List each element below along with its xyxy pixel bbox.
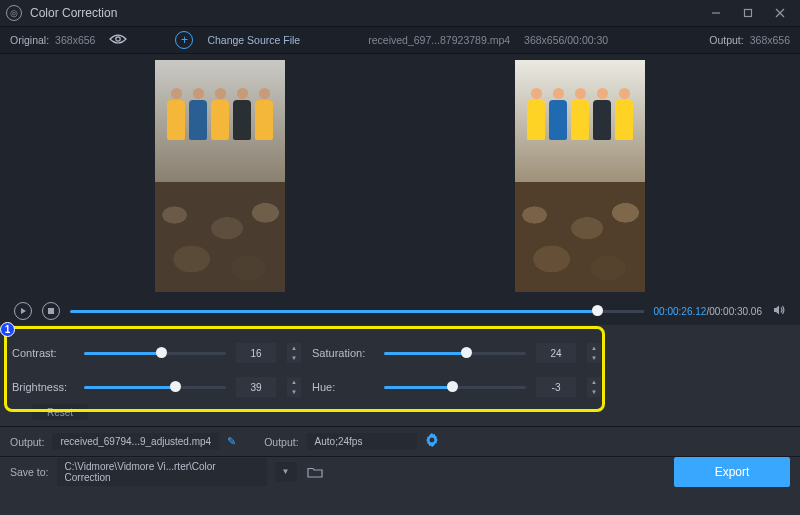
- output-settings-icon[interactable]: [425, 433, 439, 450]
- output-label: Output:: [709, 34, 743, 46]
- saturation-value[interactable]: 24: [536, 343, 576, 363]
- brightness-label: Brightness:: [12, 381, 74, 393]
- close-button[interactable]: [766, 3, 794, 23]
- edit-filename-icon[interactable]: ✎: [227, 435, 236, 448]
- titlebar: ◎ Color Correction: [0, 0, 800, 26]
- svg-point-4: [116, 37, 120, 41]
- output-preview: [515, 60, 645, 292]
- brightness-row: Brightness: 39 ▲▼: [12, 370, 312, 404]
- time-current: 00:00:26.12: [654, 306, 707, 317]
- brightness-stepper[interactable]: ▲▼: [287, 377, 301, 397]
- hue-row: Hue: -3 ▲▼: [312, 370, 612, 404]
- original-dimensions: 368x656: [55, 34, 95, 46]
- annotation-badge: 1: [0, 322, 15, 337]
- brightness-value[interactable]: 39: [236, 377, 276, 397]
- timeline: 00:00:26.12/00:00:30.06: [0, 297, 800, 325]
- info-strip: Original: 368x656 + Change Source File r…: [0, 26, 800, 54]
- export-button[interactable]: Export: [674, 457, 790, 487]
- preview-area: [0, 54, 800, 297]
- output-settings-label: Output:: [264, 436, 298, 448]
- window-controls: [702, 3, 794, 23]
- play-button[interactable]: [14, 302, 32, 320]
- volume-icon[interactable]: [772, 303, 786, 320]
- contrast-slider[interactable]: [84, 352, 226, 355]
- svg-rect-1: [745, 10, 752, 17]
- hue-slider[interactable]: [384, 386, 526, 389]
- save-bar: Save to: C:\Vidmore\Vidmore Vi...rter\Co…: [0, 456, 800, 486]
- timecode: 00:00:26.12/00:00:30.06: [654, 306, 762, 317]
- saturation-slider[interactable]: [384, 352, 526, 355]
- toggle-preview-icon[interactable]: [109, 33, 127, 47]
- source-meta: 368x656/00:00:30: [524, 34, 608, 46]
- save-to-label: Save to:: [10, 466, 49, 478]
- time-total: /00:00:30.06: [706, 306, 762, 317]
- contrast-knob[interactable]: [156, 347, 167, 358]
- reset-button[interactable]: Reset: [32, 404, 88, 420]
- timeline-handle[interactable]: [592, 305, 603, 316]
- original-label: Original:: [10, 34, 49, 46]
- minimize-button[interactable]: [702, 3, 730, 23]
- stop-button[interactable]: [42, 302, 60, 320]
- open-folder-icon[interactable]: [305, 462, 325, 482]
- maximize-button[interactable]: [734, 3, 762, 23]
- contrast-value[interactable]: 16: [236, 343, 276, 363]
- brightness-knob[interactable]: [170, 381, 181, 392]
- hue-knob[interactable]: [447, 381, 458, 392]
- change-source-icon[interactable]: +: [175, 31, 193, 49]
- save-path-field[interactable]: C:\Vidmore\Vidmore Vi...rter\Color Corre…: [57, 458, 267, 486]
- save-path-dropdown[interactable]: ▼: [275, 462, 297, 482]
- original-preview: [155, 60, 285, 292]
- output-filename-field[interactable]: received_69794...9_adjusted.mp4: [52, 433, 219, 450]
- output-file-label: Output:: [10, 436, 44, 448]
- output-bar: Output: received_69794...9_adjusted.mp4 …: [0, 426, 800, 456]
- change-source-button[interactable]: Change Source File: [207, 34, 300, 46]
- output-settings-field[interactable]: Auto;24fps: [307, 433, 417, 450]
- contrast-label: Contrast:: [12, 347, 74, 359]
- color-correction-panel: 1 Contrast: 16 ▲▼ Saturation: 24 ▲▼ Brig…: [6, 328, 794, 422]
- source-filename: received_697...87923789.mp4: [368, 34, 510, 46]
- brightness-slider[interactable]: [84, 386, 226, 389]
- app-logo-icon: ◎: [6, 5, 22, 21]
- hue-stepper[interactable]: ▲▼: [587, 377, 601, 397]
- hue-label: Hue:: [312, 381, 374, 393]
- contrast-row: Contrast: 16 ▲▼: [12, 336, 312, 370]
- saturation-knob[interactable]: [461, 347, 472, 358]
- saturation-stepper[interactable]: ▲▼: [587, 343, 601, 363]
- saturation-row: Saturation: 24 ▲▼: [312, 336, 612, 370]
- output-dimensions: 368x656: [750, 34, 790, 46]
- window-title: Color Correction: [30, 6, 117, 20]
- hue-value[interactable]: -3: [536, 377, 576, 397]
- timeline-track[interactable]: [70, 310, 644, 313]
- contrast-stepper[interactable]: ▲▼: [287, 343, 301, 363]
- saturation-label: Saturation:: [312, 347, 374, 359]
